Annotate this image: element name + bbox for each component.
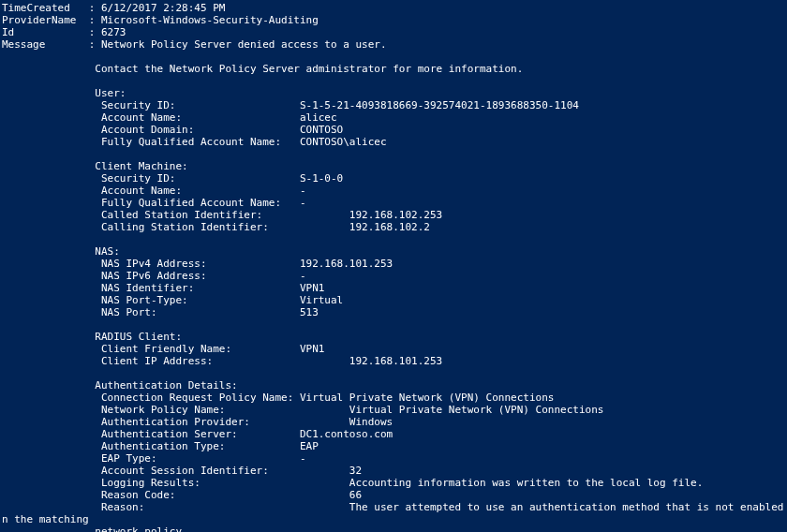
- powershell-console-output: TimeCreated : 6/12/2017 2:28:45 PM Provi…: [0, 0, 787, 532]
